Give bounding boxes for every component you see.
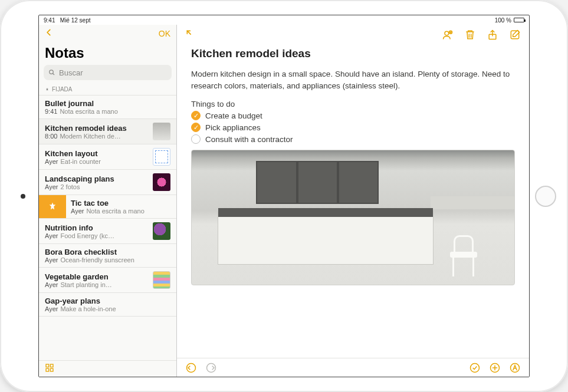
note-list-item[interactable]: Gap-year plansAyerMake a hole-in-one bbox=[39, 293, 176, 317]
pinned-section-header: FIJADA bbox=[39, 84, 176, 95]
grid-view-icon[interactable] bbox=[45, 363, 54, 375]
trash-icon[interactable] bbox=[464, 29, 476, 41]
svg-point-7 bbox=[445, 31, 449, 35]
svg-point-0 bbox=[50, 70, 54, 74]
note-list-item[interactable]: Tic tac toeAyerNota escrita a mano bbox=[39, 195, 176, 219]
expand-icon[interactable] bbox=[185, 29, 197, 41]
svg-rect-14 bbox=[511, 31, 518, 38]
sidebar-footer bbox=[39, 360, 176, 377]
note-item-thumbnail bbox=[153, 123, 170, 140]
back-button[interactable] bbox=[45, 28, 53, 39]
svg-point-17 bbox=[471, 363, 480, 372]
notes-app: OK Notas Buscar FIJADA Bullet journal9:4… bbox=[39, 25, 529, 377]
add-icon[interactable] bbox=[489, 362, 501, 374]
note-item-title: Bullet journal bbox=[45, 99, 170, 108]
battery-percent: 100 % bbox=[495, 17, 511, 24]
status-date: Mié 12 sept bbox=[60, 17, 91, 24]
note-attached-image[interactable] bbox=[191, 150, 515, 285]
checkbox-checked-icon[interactable] bbox=[191, 123, 201, 132]
todo-item[interactable]: Create a budget bbox=[191, 111, 515, 120]
note-item-thumbnail bbox=[153, 148, 170, 166]
svg-rect-4 bbox=[46, 368, 49, 371]
note-body[interactable]: Kitchen remodel ideas Modern kitchen des… bbox=[177, 45, 529, 358]
detail-footer bbox=[177, 358, 529, 377]
note-item-preview: AyerEat-in counter bbox=[45, 158, 148, 165]
status-bar: 9:41 Mié 12 sept 100 % bbox=[39, 15, 529, 25]
search-input[interactable]: Buscar bbox=[44, 65, 172, 80]
sidebar-toolbar: OK bbox=[39, 25, 176, 42]
note-item-preview: 9:41Nota escrita a mano bbox=[45, 108, 170, 115]
note-item-title: Tic tac toe bbox=[71, 199, 170, 207]
note-list-item[interactable]: Kitchen remodel ideas8:00Modern Kitchen … bbox=[39, 119, 176, 144]
note-item-thumbnail bbox=[153, 271, 170, 289]
note-item-title: Kitchen remodel ideas bbox=[45, 124, 148, 133]
undo-icon[interactable] bbox=[185, 362, 197, 374]
note-item-thumbnail bbox=[153, 173, 170, 191]
todo-item[interactable]: Consult with a contractor bbox=[191, 134, 515, 144]
sidebar: OK Notas Buscar FIJADA Bullet journal9:4… bbox=[39, 25, 177, 377]
status-time: 9:41 bbox=[44, 17, 55, 24]
note-title: Kitchen remodel ideas bbox=[191, 47, 515, 60]
note-list-item[interactable]: Bora Bora checklistAyerOcean-friendly su… bbox=[39, 244, 176, 268]
note-item-preview: AyerNota escrita a mano bbox=[71, 207, 170, 215]
note-list-item[interactable]: Kitchen layoutAyerEat-in counter bbox=[39, 144, 176, 170]
svg-rect-2 bbox=[46, 364, 49, 367]
battery-icon bbox=[514, 18, 524, 22]
todo-list: Create a budgetPick appliancesConsult wi… bbox=[191, 111, 515, 144]
share-icon[interactable] bbox=[487, 29, 498, 41]
note-item-title: Vegetable garden bbox=[45, 272, 148, 281]
note-item-preview: Ayer2 fotos bbox=[45, 183, 148, 190]
svg-line-6 bbox=[187, 31, 191, 34]
note-list-item[interactable]: Landscaping plansAyer2 fotos bbox=[39, 170, 176, 195]
note-list[interactable]: Bullet journal9:41Nota escrita a manoKit… bbox=[39, 95, 176, 360]
note-list-item[interactable]: Nutrition infoAyerFood Energy (kc… bbox=[39, 219, 176, 244]
note-item-preview: AyerStart planting in… bbox=[45, 281, 148, 288]
todo-label: Pick appliances bbox=[205, 123, 261, 132]
compose-icon[interactable] bbox=[509, 29, 521, 41]
note-item-title: Bora Bora checklist bbox=[45, 248, 170, 256]
note-list-item[interactable]: Bullet journal9:41Nota escrita a mano bbox=[39, 95, 176, 119]
home-button[interactable] bbox=[535, 186, 556, 207]
note-paragraph: Modern kitchen design in a small space. … bbox=[191, 68, 515, 91]
svg-rect-5 bbox=[50, 368, 53, 371]
markup-icon[interactable] bbox=[509, 362, 521, 374]
pin-swipe-action[interactable] bbox=[39, 195, 66, 218]
note-item-title: Nutrition info bbox=[45, 223, 148, 232]
checkbox-unchecked-icon[interactable] bbox=[191, 134, 201, 144]
todo-label: Consult with a contractor bbox=[205, 135, 293, 144]
note-list-item[interactable]: Vegetable gardenAyerStart planting in… bbox=[39, 268, 176, 293]
note-item-title: Landscaping plans bbox=[45, 174, 148, 183]
note-item-title: Gap-year plans bbox=[45, 297, 170, 305]
screen: 9:41 Mié 12 sept 100 % OK Notas bbox=[38, 15, 530, 377]
camera-dot bbox=[21, 194, 25, 199]
svg-rect-3 bbox=[50, 364, 53, 367]
note-item-thumbnail bbox=[153, 222, 170, 240]
checkbox-checked-icon[interactable] bbox=[191, 111, 201, 120]
todo-header: Things to do bbox=[191, 100, 515, 108]
detail-toolbar bbox=[177, 25, 529, 45]
note-detail: Kitchen remodel ideas Modern kitchen des… bbox=[177, 25, 529, 377]
svg-line-1 bbox=[53, 74, 55, 75]
pinned-section-label: FIJADA bbox=[52, 86, 72, 93]
search-placeholder: Buscar bbox=[59, 68, 83, 77]
sidebar-title: Notas bbox=[39, 42, 176, 65]
checklist-icon[interactable] bbox=[469, 362, 481, 374]
collaborate-icon[interactable] bbox=[442, 29, 454, 41]
ipad-device-frame: 9:41 Mié 12 sept 100 % OK Notas bbox=[0, 0, 568, 392]
note-item-preview: 8:00Modern Kitchen de… bbox=[45, 133, 148, 140]
ok-button[interactable]: OK bbox=[159, 29, 170, 38]
note-item-title: Kitchen layout bbox=[45, 149, 148, 158]
todo-label: Create a budget bbox=[205, 111, 262, 120]
todo-item[interactable]: Pick appliances bbox=[191, 123, 515, 132]
note-item-preview: AyerFood Energy (kc… bbox=[45, 232, 148, 239]
note-item-preview: AyerOcean-friendly sunscreen bbox=[45, 256, 170, 263]
note-item-preview: AyerMake a hole-in-one bbox=[45, 305, 170, 312]
redo-icon[interactable] bbox=[205, 362, 217, 374]
